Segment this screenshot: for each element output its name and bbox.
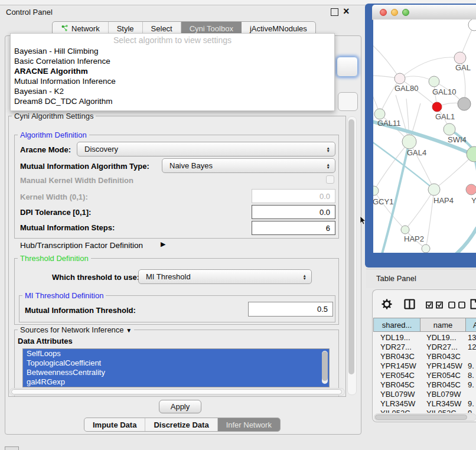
kernel-width-field[interactable]: 0.0 (252, 189, 335, 203)
node-label-gal4: GAL4 (407, 148, 426, 157)
manual-kernel-checkbox[interactable] (326, 175, 334, 184)
table-row[interactable]: YLR345WYLR345W9. (373, 399, 476, 409)
algorithm-dropdown-placeholder: Select algorithm to view settings (11, 35, 334, 45)
mi-type-value: Naive Bayes (169, 161, 213, 170)
column-header-shared-name[interactable]: shared... (373, 318, 420, 332)
bottom-tabs: Impute Data Discretize Data Infer Networ… (84, 418, 281, 432)
table-row-partial[interactable]: YIL052CYIL052C9. (373, 409, 476, 413)
dpi-tolerance-label: DPI Tolerance [0,1]: (20, 208, 91, 217)
cyni-algorithm-settings-title: Cyni Algorithm Settings (12, 112, 96, 120)
split-columns-icon[interactable] (404, 299, 415, 309)
algorithm-option-mutual-information[interactable]: Mutual Information Inference (14, 77, 116, 86)
network-canvas[interactable]: GAL GAL80 GAL10 GAL1 SWI4 GAL11 GAL4 GCY… (373, 19, 476, 253)
node-gal1[interactable] (432, 102, 442, 112)
table-hscrollbar[interactable] (374, 413, 476, 421)
control-panel-title: Control Panel (6, 8, 53, 17)
deselect-checkboxes-icon[interactable] (448, 301, 467, 309)
combo-arrows-icon: ▲▼ (327, 146, 330, 152)
node-label-gcy1: GCY1 (373, 197, 393, 206)
tab-infer-network[interactable]: Infer Network (218, 418, 280, 431)
close-icon[interactable]: × (343, 5, 350, 17)
node-label-gal11: GAL11 (377, 119, 401, 128)
mi-threshold-group-title: MI Threshold Definition (22, 291, 106, 300)
settings-scrollbar[interactable] (347, 116, 357, 395)
inference-algorithm-combo-fragment[interactable] (337, 57, 358, 77)
aracne-mode-value: Discovery (84, 145, 118, 154)
table-row[interactable]: YBR043CYBR043C (373, 352, 476, 361)
node-gal10[interactable] (429, 76, 439, 87)
node-gal11[interactable] (374, 109, 385, 119)
network-window-titlebar[interactable] (372, 5, 476, 20)
tab-discretize-data[interactable]: Discretize Data (145, 418, 217, 431)
table-row[interactable]: YER054CYER054C8. (373, 371, 476, 380)
node-swi4[interactable] (444, 123, 455, 135)
node-label-gal1: GAL1 (435, 112, 455, 121)
table-row[interactable]: YDR27...YDR27...12 (373, 343, 476, 352)
list-item-gal4rgexp[interactable]: gal4RGexp (23, 377, 329, 387)
algorithm-option-bayesian-k2[interactable]: Bayesian - K2 (14, 87, 64, 96)
select-all-checkboxes-icon[interactable] (426, 301, 445, 309)
table-row[interactable]: YBR045CYBR045C9. (373, 380, 476, 390)
data-attributes-list[interactable]: SelfLoops TopologicalCoefficient Between… (22, 348, 330, 387)
tab-impute-data[interactable]: Impute Data (84, 418, 145, 431)
table-hscrollbar-thumb[interactable] (375, 415, 467, 420)
node-unlabeled-gray[interactable] (458, 97, 471, 110)
list-scrollbar[interactable] (322, 351, 328, 384)
settings-gear-icon[interactable] (382, 299, 392, 309)
close-traffic-light-icon[interactable] (380, 9, 387, 16)
combo-arrows-icon: ▲▼ (303, 273, 307, 280)
algorithm-option-basic-correlation[interactable]: Basic Correlation Inference (14, 57, 110, 66)
list-item-topologicalcoefficient[interactable]: TopologicalCoefficient (23, 358, 329, 368)
threshold-definition-title: Threshold Definition (18, 254, 91, 263)
node-gal-partial[interactable] (454, 52, 466, 64)
table-row[interactable]: YPR145WYPR145W9. (373, 361, 476, 371)
dpi-tolerance-field[interactable]: 0.0 (252, 205, 335, 219)
tab-network-label: Network (71, 24, 100, 33)
table-panel-title: Table Panel (376, 274, 416, 283)
aracne-mode-label: Aracne Mode: (20, 145, 71, 154)
mi-threshold-label: Mutual Information Threshold: (25, 306, 136, 315)
zoom-traffic-light-icon[interactable] (402, 9, 409, 16)
bottom-left-grip[interactable] (5, 446, 19, 450)
sources-group-title: Sources for Network Inference ▼ (18, 325, 134, 334)
apply-button[interactable]: Apply (159, 400, 201, 413)
hub-expand-arrow-icon[interactable]: ▶ (161, 240, 165, 248)
sources-collapse-arrow-icon[interactable]: ▼ (126, 327, 132, 334)
node-gcy1[interactable] (373, 186, 379, 195)
algorithm-option-aracne[interactable]: ARACNE Algorithm (14, 67, 88, 76)
mi-steps-field[interactable]: 6 (252, 221, 335, 235)
node-gal80[interactable] (395, 73, 405, 84)
table-data-combo-fragment[interactable] (338, 92, 358, 111)
node-hap2[interactable] (401, 226, 409, 234)
float-window-icon[interactable] (331, 8, 338, 16)
node-y-partial[interactable] (466, 184, 476, 195)
node-unlabeled-bottom[interactable] (422, 244, 430, 253)
node-label-y: Y (471, 196, 476, 205)
node-gal4[interactable] (402, 135, 416, 149)
column-header-partial[interactable]: A (465, 318, 476, 332)
mi-type-combo[interactable]: Naive Bayes ▲▼ (162, 158, 335, 173)
algorithm-option-bayesian-hill-climbing[interactable]: Bayesian - Hill Climbing (14, 47, 99, 56)
control-panel-titlebar (0, 5, 365, 19)
mi-threshold-field[interactable]: 0.5 (248, 302, 333, 317)
settings-hscrollbar-thumb[interactable] (11, 389, 342, 394)
list-item-selfloops[interactable]: SelfLoops (23, 349, 329, 358)
list-scrollbar-thumb[interactable] (322, 351, 328, 381)
table-row[interactable]: YDL19...YDL19...13 (373, 333, 476, 343)
list-item-betweennesscentrality[interactable]: BetweennessCentrality (23, 368, 329, 377)
node-unlabeled-top[interactable] (468, 19, 476, 31)
aracne-mode-combo[interactable]: Discovery ▲▼ (77, 142, 335, 156)
which-threshold-value: MI Threshold (146, 272, 191, 281)
node-hap4[interactable] (428, 184, 440, 195)
algorithm-dropdown-popup: Select algorithm to view settings Bayesi… (10, 33, 335, 111)
settings-scrollbar-thumb[interactable] (348, 119, 354, 374)
minimize-traffic-light-icon[interactable] (391, 9, 398, 16)
which-threshold-combo[interactable]: MI Threshold ▲▼ (138, 269, 312, 284)
settings-hscrollbar[interactable] (9, 388, 345, 396)
node-label-gal: GAL (455, 63, 471, 72)
document-icon[interactable] (470, 299, 476, 309)
node-unlabeled-green[interactable] (467, 146, 476, 162)
table-row[interactable]: YBL079WYBL079W (373, 390, 476, 399)
column-header-name[interactable]: name (420, 318, 466, 332)
algorithm-option-dream8[interactable]: Dream8 DC_TDC Algorithm (14, 97, 113, 106)
